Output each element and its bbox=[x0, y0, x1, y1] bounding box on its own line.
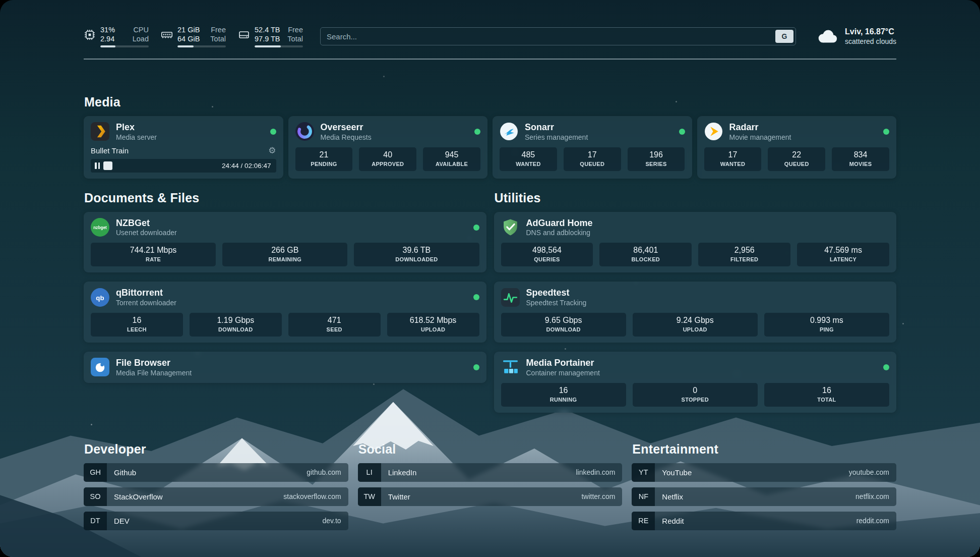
service-card-radarr[interactable]: Radarr Movie management 17 WANTED 22 QUE… bbox=[697, 116, 897, 179]
filebrowser-icon bbox=[91, 358, 109, 376]
bookmark-netflix[interactable]: NF Netflix netflix.com bbox=[632, 487, 896, 506]
bookmark-abbr: DT bbox=[84, 512, 107, 530]
stat-queued: 17 QUEUED bbox=[564, 147, 621, 171]
stat-leech: 16 LEECH bbox=[91, 313, 183, 337]
weather-widget: Lviv, 16.87°C scattered clouds bbox=[815, 27, 896, 45]
service-name: NZBGet bbox=[116, 218, 177, 229]
service-name: Media Portainer bbox=[526, 358, 600, 368]
section-utilities: Utilities AdGuard Home bbox=[494, 191, 897, 413]
disk-free-value: 52.4 TB bbox=[255, 26, 282, 34]
status-dot bbox=[473, 225, 479, 231]
memory-free-value: 21 GiB bbox=[177, 26, 205, 34]
cloud-icon bbox=[815, 28, 838, 44]
bookmark-name: DEV bbox=[114, 517, 130, 525]
plex-player-bar: 24:44 / 02:06:47 bbox=[91, 159, 276, 173]
disk-total-label: Total bbox=[287, 35, 303, 43]
disk-free-label: Free bbox=[287, 26, 303, 34]
service-name: Radarr bbox=[729, 122, 791, 133]
service-description: Speedtest Tracking bbox=[526, 299, 587, 307]
now-playing-title: Bullet Train bbox=[91, 146, 129, 155]
bookmark-url: linkedin.com bbox=[576, 468, 616, 476]
stat-filtered: 2,956 FILTERED bbox=[698, 243, 790, 266]
pause-icon[interactable] bbox=[95, 162, 100, 169]
stat-upload: 618.52 Mbps UPLOAD bbox=[387, 313, 479, 337]
topbar-divider bbox=[84, 59, 896, 60]
disk-total-value: 97.9 TB bbox=[255, 35, 282, 43]
stat-upload: 9.24 Gbps UPLOAD bbox=[633, 313, 758, 337]
memory-free-label: Free bbox=[210, 26, 226, 34]
bookmark-abbr: RE bbox=[632, 512, 655, 530]
service-name: Overseerr bbox=[321, 122, 372, 133]
playback-progress-track[interactable] bbox=[103, 161, 218, 170]
bookmark-abbr: LI bbox=[358, 463, 381, 482]
service-name: qBittorrent bbox=[116, 288, 176, 298]
overseerr-icon bbox=[295, 122, 314, 141]
service-card-overseerr[interactable]: Overseerr Media Requests 21 PENDING 40 A… bbox=[288, 116, 488, 179]
bookmark-abbr: GH bbox=[84, 463, 107, 482]
memory-total-value: 64 GiB bbox=[177, 35, 205, 43]
service-card-nzbget[interactable]: nzbget NZBGet Usenet downloader 744.21 M… bbox=[84, 212, 486, 273]
stat-download: 1.19 Gbps DOWNLOAD bbox=[190, 313, 282, 337]
stat-approved: 40 APPROVED bbox=[359, 147, 416, 171]
stat-queued: 22 QUEUED bbox=[768, 147, 825, 171]
service-card-speedtest[interactable]: Speedtest Speedtest Tracking 9.65 Gbps D… bbox=[494, 282, 897, 343]
service-card-plex[interactable]: Plex Media server Bullet Train ⚙ bbox=[84, 116, 283, 179]
bookmark-url: netflix.com bbox=[855, 492, 889, 500]
bookmark-github[interactable]: GH Github github.com bbox=[84, 463, 348, 482]
status-dot bbox=[474, 129, 480, 135]
settings-gear-icon[interactable]: ⚙ bbox=[268, 146, 276, 155]
search-provider-button[interactable]: G bbox=[775, 30, 793, 43]
status-dot bbox=[883, 129, 889, 135]
service-card-qbittorrent[interactable]: qb qBittorrent Torrent downloader 16 LEE… bbox=[84, 282, 486, 343]
bookmark-abbr: YT bbox=[632, 463, 655, 482]
documents-section-title: Documents & Files bbox=[84, 191, 486, 205]
dashboard-screen: 31% CPU 2.94 Load bbox=[0, 0, 980, 557]
search-input[interactable] bbox=[321, 32, 775, 41]
bookmark-twitter[interactable]: TW Twitter twitter.com bbox=[358, 487, 623, 506]
memory-total-label: Total bbox=[210, 35, 226, 43]
status-dot bbox=[883, 364, 889, 370]
status-dot bbox=[679, 129, 685, 135]
radarr-icon bbox=[704, 122, 723, 141]
nzbget-icon: nzbget bbox=[91, 218, 109, 237]
portainer-icon bbox=[501, 358, 520, 376]
service-card-portainer[interactable]: Media Portainer Container management 16 … bbox=[494, 352, 897, 413]
bookmark-stackoverflow[interactable]: SO StackOverflow stackoverflow.com bbox=[84, 487, 348, 506]
media-section-title: Media bbox=[84, 95, 896, 109]
bookmark-name: LinkedIn bbox=[388, 468, 417, 477]
service-card-sonarr[interactable]: Sonarr Series management 485 WANTED 17 Q… bbox=[493, 116, 692, 179]
stat-series: 196 SERIES bbox=[628, 147, 685, 171]
memory-progress-bar bbox=[177, 45, 226, 47]
bookmark-linkedin[interactable]: LI LinkedIn linkedin.com bbox=[358, 463, 623, 482]
stat-latency: 47.569 ms LATENCY bbox=[797, 243, 889, 266]
bookmark-group-social: Social LI LinkedIn linkedin.com TW Twitt… bbox=[358, 442, 623, 530]
bookmark-group-developer: Developer GH Github github.com SO StackO… bbox=[84, 442, 348, 530]
stat-pending: 21 PENDING bbox=[295, 147, 353, 171]
bookmark-abbr: NF bbox=[632, 487, 655, 506]
bookmark-url: reddit.com bbox=[856, 517, 889, 525]
bookmark-name: StackOverflow bbox=[114, 492, 163, 501]
service-description: Container management bbox=[526, 369, 600, 377]
cpu-usage-value: 31% bbox=[100, 26, 128, 34]
bookmark-reddit[interactable]: RE Reddit reddit.com bbox=[632, 512, 896, 530]
bookmark-url: dev.to bbox=[323, 517, 341, 525]
service-description: Usenet downloader bbox=[116, 229, 177, 237]
service-description: Media File Management bbox=[116, 369, 192, 377]
bookmark-dev[interactable]: DT DEV dev.to bbox=[84, 512, 348, 530]
service-card-filebrowser[interactable]: File Browser Media File Management bbox=[84, 352, 486, 383]
service-description: Series management bbox=[525, 133, 588, 141]
bookmark-url: twitter.com bbox=[581, 492, 615, 500]
memory-widget: 21 GiB Free 64 GiB Total bbox=[161, 26, 226, 47]
cpu-progress-bar bbox=[100, 45, 149, 47]
stat-ping: 0.993 ms PING bbox=[764, 313, 889, 337]
stat-seed: 471 SEED bbox=[288, 313, 381, 337]
bookmark-name: Github bbox=[114, 468, 136, 477]
stat-movies: 834 MOVIES bbox=[832, 147, 889, 171]
service-card-adguard[interactable]: AdGuard Home DNS and adblocking 498,564 … bbox=[494, 212, 897, 273]
search-bar: G bbox=[320, 27, 796, 45]
service-name: AdGuard Home bbox=[526, 218, 593, 229]
service-name: File Browser bbox=[116, 358, 192, 368]
bookmark-youtube[interactable]: YT YouTube youtube.com bbox=[632, 463, 896, 482]
section-media: Media Plex Medi bbox=[84, 95, 896, 179]
svg-text:nzbget: nzbget bbox=[93, 226, 107, 230]
